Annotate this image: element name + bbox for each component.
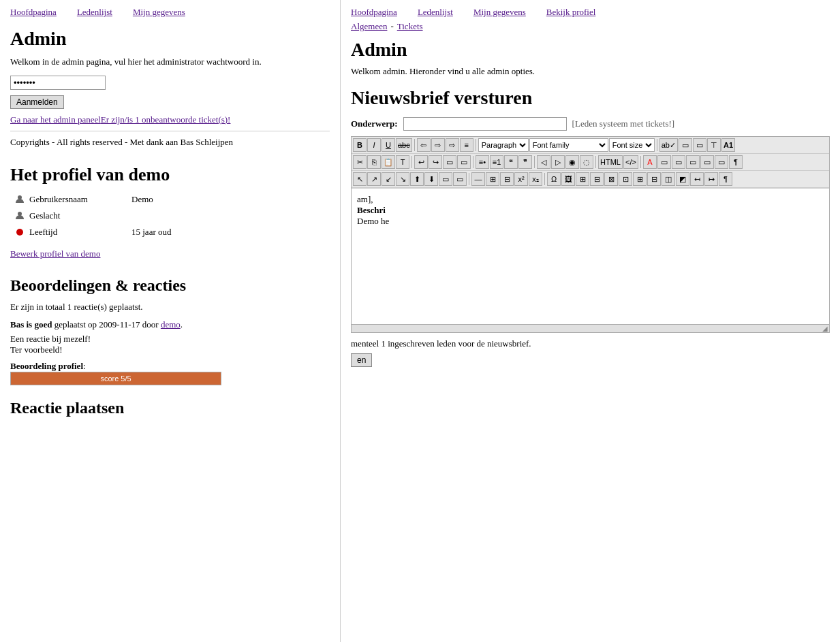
- tb-btn-extra3[interactable]: ⊤: [707, 138, 721, 152]
- subnav-tickets[interactable]: Tickets: [397, 21, 423, 32]
- tb-r2-3[interactable]: ▭: [443, 155, 456, 169]
- num-list-button[interactable]: ≡1: [490, 155, 503, 169]
- tickets-link[interactable]: Er zijn/is 1 onbeantwoorde ticket(s)!: [101, 114, 231, 125]
- tb-r3-table7[interactable]: ◫: [662, 172, 675, 186]
- spell-check-button[interactable]: ab✓: [659, 138, 678, 152]
- right-nav-bekijk-profiel[interactable]: Bekijk profiel: [546, 7, 596, 18]
- align-right-button[interactable]: ⇨: [446, 138, 459, 152]
- copyright-text: Copyrights - All rights reserved - Met d…: [10, 131, 330, 148]
- undo-button[interactable]: ↩: [414, 155, 428, 169]
- tb-r3-4[interactable]: ↘: [396, 172, 409, 186]
- redo-button[interactable]: ↪: [429, 155, 442, 169]
- aanmelden-button[interactable]: Aanmelden: [10, 95, 64, 109]
- profile-row-age: Leeftijd 15 jaar oud: [14, 226, 330, 238]
- rating-bar: score 5/5: [11, 372, 221, 385]
- cut-button[interactable]: ✂: [353, 155, 367, 169]
- admin-welcome-left: Welkom in de admin pagina, vul hier het …: [10, 57, 330, 67]
- nav-hoofdpagina[interactable]: Hoofdpagina: [10, 7, 57, 18]
- underline-button[interactable]: U: [382, 138, 395, 152]
- rating-section: Beoordeling profiel: score 5/5: [10, 361, 330, 385]
- italic-button[interactable]: I: [367, 138, 381, 152]
- right-nav-ledenlijst[interactable]: Ledenlijst: [418, 7, 453, 18]
- unblockquote-button[interactable]: ❞: [518, 155, 532, 169]
- tb-r3-para[interactable]: ¶: [719, 172, 732, 186]
- tb-r2-color2[interactable]: ▭: [657, 155, 671, 169]
- tb-r3-table3[interactable]: ⊠: [604, 172, 618, 186]
- tb-btn-extra4[interactable]: A1: [721, 138, 735, 152]
- review-dot: .: [181, 319, 183, 330]
- font-family-select[interactable]: Font family Arial Times New Roman Verdan…: [529, 138, 608, 152]
- admin-title-right: Admin: [351, 39, 830, 61]
- blockquote-button[interactable]: ❝: [504, 155, 518, 169]
- tb-btn-extra1[interactable]: ▭: [679, 138, 692, 152]
- left-nav: Hoofdpagina Ledenlijst Mijn gegevens: [10, 7, 330, 18]
- tb-r2-10[interactable]: ▷: [551, 155, 565, 169]
- align-justify-button[interactable]: ≡: [460, 138, 473, 152]
- bullet-list-button[interactable]: ≡•: [476, 155, 489, 169]
- tb-btn-extra2[interactable]: ▭: [693, 138, 706, 152]
- right-nav-hoofdpagina[interactable]: Hoofdpagina: [351, 7, 397, 18]
- bold-button[interactable]: B: [353, 138, 367, 152]
- tb-r3-table6[interactable]: ⊟: [647, 172, 661, 186]
- tb-r3-6[interactable]: ⬇: [424, 172, 438, 186]
- tb-r2-12[interactable]: ◌: [580, 155, 593, 169]
- onderwerp-input[interactable]: [403, 117, 567, 131]
- gender-label: Geslacht: [29, 210, 131, 221]
- tb-r3-12[interactable]: x²: [514, 172, 528, 186]
- nav-ledenlijst[interactable]: Ledenlijst: [77, 7, 112, 18]
- tb-r2-9[interactable]: ◁: [537, 155, 550, 169]
- tb-r3-table5[interactable]: ⊞: [633, 172, 647, 186]
- tb-r3-5[interactable]: ⬆: [410, 172, 424, 186]
- tb-r2-color3[interactable]: ▭: [672, 155, 685, 169]
- source-button[interactable]: </>: [623, 155, 638, 169]
- tb-r3-img[interactable]: 🖼: [561, 172, 575, 186]
- paragraph-select[interactable]: Paragraph Heading 1 Heading 2: [478, 138, 529, 152]
- tb-r2-color7[interactable]: ¶: [729, 155, 743, 169]
- tb-r3-10[interactable]: ⊞: [486, 172, 499, 186]
- toolbar-row-3: ↖ ↗ ↙ ↘ ⬆ ⬇ ▭ ▭ — ⊞ ⊟ x² x₂ Ω 🖼 ⊞ ⊟ ⊠: [352, 171, 829, 188]
- copy-button[interactable]: ⎘: [367, 155, 381, 169]
- paste-text-button[interactable]: T: [396, 155, 409, 169]
- subnav-algemeen[interactable]: Algemeen: [351, 21, 387, 32]
- tb-r3-3[interactable]: ↙: [382, 172, 395, 186]
- strikethrough-button[interactable]: abc: [396, 138, 412, 152]
- tb-r3-9[interactable]: —: [471, 172, 485, 186]
- toolbar-divider-8: [640, 156, 641, 168]
- tb-r3-table2[interactable]: ⊟: [590, 172, 604, 186]
- align-center-button[interactable]: ⇨: [431, 138, 445, 152]
- special-char-button[interactable]: Ω: [547, 172, 561, 186]
- font-color-button[interactable]: A: [643, 155, 657, 169]
- tb-r3-table1[interactable]: ⊞: [576, 172, 589, 186]
- tb-r3-table8[interactable]: ◩: [676, 172, 689, 186]
- html-button[interactable]: HTML: [598, 155, 623, 169]
- align-left-button[interactable]: ⇦: [417, 138, 431, 152]
- editor-line1: am],: [357, 194, 824, 205]
- admin-panel-link[interactable]: Ga naar het admin paneel: [10, 114, 101, 125]
- versturen-button[interactable]: en: [351, 353, 372, 367]
- password-input[interactable]: [10, 76, 106, 90]
- paste-button[interactable]: 📋: [382, 155, 395, 169]
- tb-r3-11[interactable]: ⊟: [500, 172, 514, 186]
- tb-r3-table4[interactable]: ⊡: [619, 172, 632, 186]
- tb-r3-7[interactable]: ▭: [439, 172, 452, 186]
- review-author-link[interactable]: demo: [161, 319, 181, 330]
- tb-r2-4[interactable]: ▭: [457, 155, 471, 169]
- tb-r3-nav1[interactable]: ↤: [690, 172, 704, 186]
- font-size-select[interactable]: Font size 8pt 10pt 12pt 14pt: [609, 138, 655, 152]
- tb-r3-13[interactable]: x₂: [529, 172, 542, 186]
- edit-profile-link[interactable]: Bewerk profiel van demo: [10, 248, 100, 259]
- right-nav-mijn-gegevens[interactable]: Mijn gegevens: [473, 7, 526, 18]
- nav-mijn-gegevens[interactable]: Mijn gegevens: [133, 7, 185, 18]
- tb-r2-color6[interactable]: ▭: [715, 155, 728, 169]
- tb-r2-color4[interactable]: ▭: [686, 155, 700, 169]
- tb-r3-2[interactable]: ↗: [367, 172, 381, 186]
- tb-r3-8[interactable]: ▭: [453, 172, 467, 186]
- editor-resize-handle[interactable]: ◢: [352, 324, 829, 332]
- tb-r2-11[interactable]: ◉: [565, 155, 579, 169]
- tb-r3-1[interactable]: ↖: [353, 172, 367, 186]
- age-value: 15 jaar oud: [131, 227, 171, 238]
- tb-r2-color5[interactable]: ▭: [700, 155, 714, 169]
- tb-r3-nav2[interactable]: ↦: [704, 172, 718, 186]
- onderwerp-label: Onderwerp:: [351, 118, 398, 129]
- editor-area[interactable]: am], Beschri Demo he: [352, 188, 829, 324]
